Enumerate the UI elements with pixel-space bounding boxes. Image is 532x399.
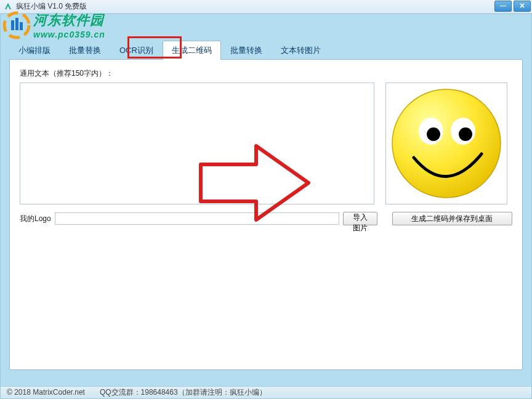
tab-batch-convert[interactable]: 批量转换 xyxy=(221,41,272,60)
window-title: 疯狂小编 V1.0 免费版 xyxy=(16,1,87,12)
window-controls: — × xyxy=(494,1,531,12)
tab-content: 通用文本（推荐150字内）： xyxy=(9,59,523,370)
logo-path-input[interactable] xyxy=(55,212,339,225)
tab-text-to-image[interactable]: 文本转图片 xyxy=(272,41,330,60)
minimize-button[interactable]: — xyxy=(494,1,512,12)
svg-point-4 xyxy=(392,89,501,198)
logo-label: 我的Logo xyxy=(20,214,51,224)
text-input-label: 通用文本（推荐150字内）： xyxy=(20,68,512,79)
tab-ocr[interactable]: OCR识别 xyxy=(110,41,163,60)
import-image-button[interactable]: 导入图片 xyxy=(343,212,377,225)
tab-batch-replace[interactable]: 批量替换 xyxy=(60,41,110,60)
smiley-preview-icon xyxy=(388,85,505,202)
status-bar: © 2018 MatrixCoder.net QQ交流群：198648463（加… xyxy=(1,386,531,398)
svg-point-7 xyxy=(427,127,440,141)
svg-point-8 xyxy=(459,127,472,141)
app-body: 小编排版 批量替换 OCR识别 生成二维码 批量转换 文本转图片 通用文本（推荐… xyxy=(0,14,532,399)
footer-text: © 2018 MatrixCoder.net QQ交流群：198648463（加… xyxy=(7,387,267,398)
tab-typeset[interactable]: 小编排版 xyxy=(9,41,60,60)
titlebar: 疯狂小编 V1.0 免费版 — × xyxy=(0,0,532,14)
qr-preview-box xyxy=(385,83,507,204)
tab-bar: 小编排版 批量替换 OCR识别 生成二维码 批量转换 文本转图片 xyxy=(1,14,531,59)
close-button[interactable]: × xyxy=(514,1,531,12)
generate-qr-button[interactable]: 生成二维码并保存到桌面 xyxy=(392,212,512,225)
app-icon xyxy=(4,2,12,11)
qr-text-input[interactable] xyxy=(20,83,374,204)
tab-qrcode[interactable]: 生成二维码 xyxy=(163,41,221,60)
